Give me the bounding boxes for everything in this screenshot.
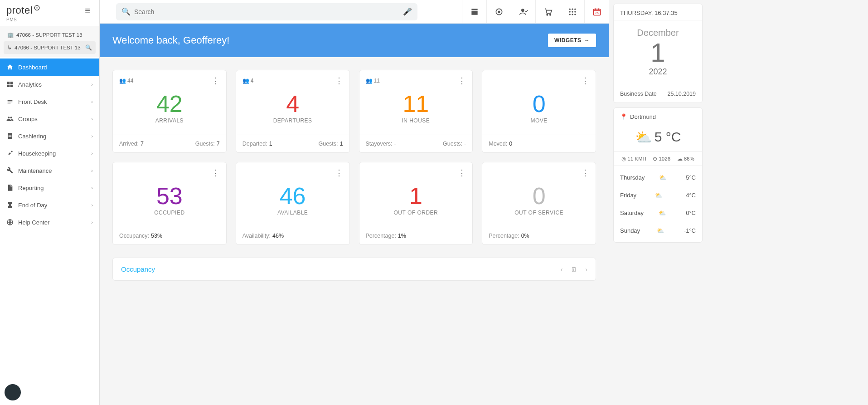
prev-icon[interactable]: ‹ bbox=[561, 266, 563, 273]
topbar: 🔍 🎤 25 bbox=[100, 0, 609, 24]
action-apps[interactable] bbox=[560, 0, 584, 23]
more-icon[interactable]: ⋮ bbox=[212, 168, 220, 178]
menu-toggle-icon[interactable]: ≡ bbox=[82, 5, 93, 16]
departures-value: 4 bbox=[236, 92, 349, 116]
user-check-icon bbox=[519, 7, 528, 16]
globe-icon bbox=[6, 219, 14, 226]
oos-value: 0 bbox=[482, 184, 596, 208]
nav-maintenance[interactable]: Maintenance› bbox=[0, 162, 99, 179]
ooo-value: 1 bbox=[359, 184, 473, 208]
more-icon[interactable]: ⋮ bbox=[335, 76, 343, 86]
brand-logo: protel⊙ bbox=[6, 5, 41, 16]
nav-cashiering[interactable]: Cashiering› bbox=[0, 127, 99, 145]
document-icon bbox=[6, 184, 14, 191]
calendar-icon: 25 bbox=[592, 7, 601, 16]
nav-housekeeping[interactable]: Housekeeping› bbox=[0, 145, 99, 162]
available-value: 46 bbox=[236, 184, 349, 208]
nav-reporting[interactable]: Reporting› bbox=[0, 179, 99, 196]
nav-groups[interactable]: Groups› bbox=[0, 110, 99, 127]
search-box[interactable]: 🔍 🎤 bbox=[116, 3, 417, 20]
nav-frontdesk[interactable]: Front Desk› bbox=[0, 93, 99, 110]
card-departures: 👥 4⋮ 4DEPARTURES Departed:1Guests:1 bbox=[236, 70, 350, 153]
building-icon: 🏢 bbox=[7, 32, 14, 38]
pressure-icon: ⊙ bbox=[653, 156, 657, 162]
main-nav: Dashboard Analytics› Front Desk› Groups›… bbox=[0, 57, 99, 231]
current-month: December bbox=[614, 28, 702, 38]
hotel-item[interactable]: ↳ 47066 - SUPPORT TEST 13 🔍 bbox=[4, 41, 96, 54]
weather-icon: ⛅ bbox=[659, 174, 666, 181]
mic-icon[interactable]: 🎤 bbox=[403, 7, 412, 16]
current-datetime: THURSDAY, 16:37:35 bbox=[614, 4, 702, 20]
chevron-right-icon: › bbox=[91, 151, 93, 156]
occupancy-title: Occupancy bbox=[121, 265, 155, 273]
action-user[interactable] bbox=[511, 0, 535, 23]
forecast-list: Thursday⛅5°C Friday⛅4°C Saturday⛅0°C Sun… bbox=[614, 166, 702, 242]
action-pos[interactable] bbox=[462, 0, 486, 23]
sidebar: protel⊙ ≡ PMS 🏢 47066 - SUPPORT TEST 13 … bbox=[0, 0, 100, 405]
terminal-icon bbox=[470, 7, 479, 16]
weather-icon: ⛅ bbox=[657, 227, 664, 234]
summary-cards: 👥 44⋮ 42ARRIVALS Arrived:7Guests:7 👥 4⋮ … bbox=[112, 70, 596, 245]
business-date-label: Business Date bbox=[620, 91, 657, 97]
more-icon[interactable]: ⋮ bbox=[581, 76, 589, 86]
more-icon[interactable]: ⋮ bbox=[581, 168, 589, 178]
greeting: Welcome back, Geofferey! bbox=[112, 34, 229, 46]
people-icon: 👥 4 bbox=[242, 78, 254, 84]
occupied-value: 53 bbox=[113, 184, 226, 208]
chevron-right-icon: › bbox=[91, 133, 93, 139]
hotel-item[interactable]: 🏢 47066 - SUPPORT TEST 13 bbox=[4, 29, 96, 41]
avatar[interactable] bbox=[5, 384, 21, 400]
nav-analytics[interactable]: Analytics› bbox=[0, 76, 99, 93]
card-inhouse: 👥 11⋮ 11IN HOUSE Stayovers:-Guests:- bbox=[359, 70, 473, 153]
search-icon[interactable]: 🔍 bbox=[85, 44, 92, 51]
weather-temp: 5 °C bbox=[655, 129, 681, 145]
current-year: 2022 bbox=[614, 67, 702, 77]
svg-point-5 bbox=[549, 14, 551, 15]
next-icon[interactable]: › bbox=[585, 266, 587, 273]
wrench-icon bbox=[6, 167, 14, 174]
chevron-right-icon: › bbox=[91, 202, 93, 208]
desk-icon bbox=[6, 98, 14, 105]
svg-point-7 bbox=[572, 8, 573, 10]
card-out-of-order: ⋮ 1OUT OF ORDER Percentage:1% bbox=[359, 162, 473, 245]
target-icon bbox=[495, 7, 504, 16]
svg-point-12 bbox=[569, 14, 570, 15]
more-icon[interactable]: ⋮ bbox=[335, 168, 343, 178]
chevron-right-icon: › bbox=[91, 99, 93, 104]
current-day: 1 bbox=[614, 38, 702, 67]
top-actions: 25 bbox=[462, 0, 609, 23]
move-value: 0 bbox=[482, 92, 596, 116]
search-input[interactable] bbox=[134, 8, 403, 15]
weather-icon: ⛅ bbox=[635, 129, 652, 145]
pin-icon: 📍 bbox=[620, 113, 627, 120]
svg-point-9 bbox=[569, 11, 570, 12]
receipt-icon bbox=[6, 132, 14, 140]
chevron-right-icon: › bbox=[91, 82, 93, 87]
arrow-return-icon: ↳ bbox=[7, 44, 12, 51]
forecast-row: Saturday⛅0°C bbox=[620, 204, 696, 222]
svg-point-14 bbox=[574, 14, 576, 15]
people-icon: 👥 44 bbox=[119, 78, 133, 84]
people-icon: 👥 11 bbox=[366, 78, 380, 84]
hourglass-icon bbox=[6, 201, 14, 209]
nav-helpcenter[interactable]: Help Center› bbox=[0, 214, 99, 231]
action-cart[interactable] bbox=[535, 0, 560, 23]
more-icon[interactable]: ⋮ bbox=[212, 76, 220, 86]
calendar-icon[interactable]: 🗓 bbox=[571, 266, 577, 273]
more-icon[interactable]: ⋮ bbox=[458, 168, 466, 178]
chevron-right-icon: › bbox=[91, 168, 93, 173]
nav-endofday[interactable]: End of Day› bbox=[0, 196, 99, 214]
date-widget: THURSDAY, 16:37:35 December 1 2022 Busin… bbox=[613, 4, 703, 103]
forecast-row: Sunday⛅-1°C bbox=[620, 222, 696, 239]
forecast-row: Friday⛅4°C bbox=[620, 186, 696, 204]
more-icon[interactable]: ⋮ bbox=[458, 76, 466, 86]
nav-dashboard[interactable]: Dashboard bbox=[0, 59, 99, 76]
occupancy-panel: Occupancy ‹ 🗓 › bbox=[112, 258, 596, 281]
action-calendar[interactable]: 25 bbox=[584, 0, 609, 23]
widgets-button[interactable]: WIDGETS → bbox=[548, 34, 596, 47]
brush-icon bbox=[6, 150, 14, 157]
card-out-of-service: ⋮ 0OUT OF SERVICE Percentage:0% bbox=[482, 162, 596, 245]
arrow-right-icon: → bbox=[584, 37, 590, 44]
action-target[interactable] bbox=[486, 0, 511, 23]
chevron-right-icon: › bbox=[91, 185, 93, 190]
